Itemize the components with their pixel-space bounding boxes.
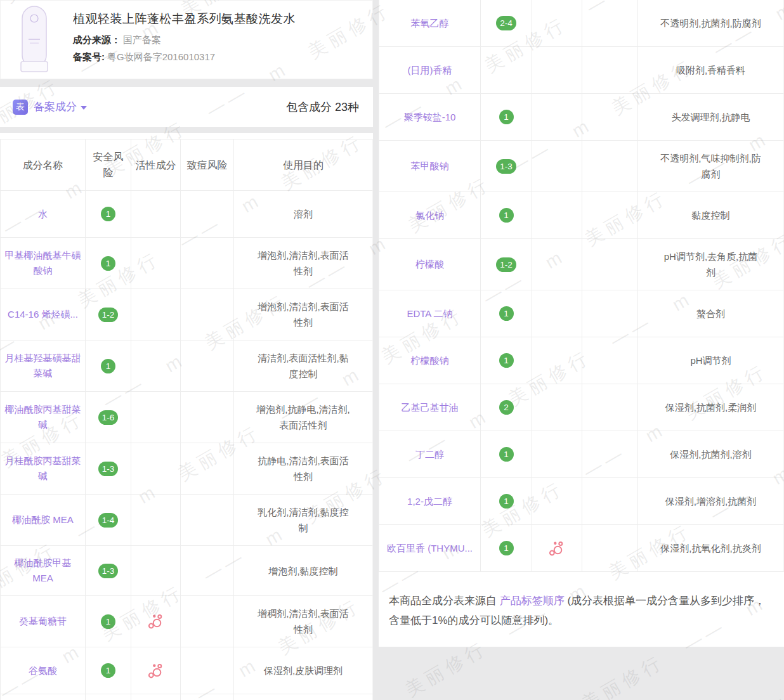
- left-column: 植观轻装上阵蓬松丰盈系列氨基酸洗发水 成分来源：国产备案 备案号:粤G妆网备字2…: [0, 0, 373, 700]
- cell-safety-risk: 1: [481, 337, 532, 384]
- ingredient-link[interactable]: C14-16 烯烃磺...: [8, 307, 78, 322]
- cell-usage-purpose: 保湿剂,抗菌剂,溶剂: [638, 431, 783, 477]
- ingredient-link[interactable]: 水: [38, 207, 48, 222]
- ingredient-link[interactable]: 欧百里香 (THYMU...: [387, 541, 473, 556]
- product-title: 植观轻装上阵蓬松丰盈系列氨基酸洗发水: [73, 11, 296, 27]
- cell-usage-purpose: 不透明剂,抗菌剂,防腐剂: [638, 0, 783, 46]
- cell-ingredient-name: 水: [1, 191, 86, 237]
- ingredient-row: 柠檬酸1-2pH调节剂,去角质,抗菌剂: [379, 239, 784, 290]
- cell-ingredient-name: 聚季铵盐-10: [379, 94, 481, 140]
- product-card: 植观轻装上阵蓬松丰盈系列氨基酸洗发水 成分来源：国产备案 备案号:粤G妆网备字2…: [0, 0, 373, 79]
- purpose-text: 保湿剂,抗氧化剂,抗炎剂: [660, 540, 761, 556]
- purpose-text: 乳化剂,清洁剂,黏度控制: [256, 504, 351, 536]
- footnote-text: 本商品全成分表来源自 产品标签顺序 (成分表根据单一成分含量从多到少排序， 含量…: [389, 591, 768, 630]
- ingredient-row: 癸基葡糖苷1 增稠剂,清洁剂,表面活性剂: [0, 596, 373, 647]
- cell-safety-risk: 2: [481, 384, 532, 431]
- label-order-link[interactable]: 产品标签顺序: [500, 595, 565, 607]
- cell-safety-risk: 1: [481, 525, 532, 571]
- cell-safety-risk: 1: [86, 340, 131, 391]
- ingredient-link[interactable]: 苯甲酸钠: [411, 159, 449, 174]
- cell-safety-risk: 1: [86, 238, 131, 288]
- ingredient-link[interactable]: 乙基己基甘油: [402, 400, 459, 415]
- cell-active-ingredient: [131, 340, 181, 391]
- ingredient-link[interactable]: 谷氨酸: [29, 663, 57, 678]
- cell-safety-risk: 1: [481, 94, 532, 140]
- cell-acne-risk: [582, 141, 638, 191]
- ingredient-link[interactable]: 苯氧乙醇: [411, 16, 449, 31]
- ingredient-link[interactable]: (日用)香精: [408, 63, 452, 78]
- cell-ingredient-name: C14-16 烯烃磺...: [1, 289, 86, 340]
- safety-risk-badge: 1: [499, 306, 514, 321]
- registration-number: 粤G妆网备字2016010317: [107, 51, 215, 62]
- cell-acne-risk: [181, 546, 234, 595]
- ingredient-link[interactable]: 氯化钠: [415, 208, 444, 223]
- cell-usage-purpose: 保湿剂,抗氧化剂,抗炎剂: [638, 525, 783, 571]
- header-safety-risk: 安全风险: [86, 139, 131, 190]
- ingredient-row: 椰油酰胺 MEA1-4乳化剂,清洁剂,黏度控制: [0, 495, 373, 546]
- safety-risk-badge: 1-2: [98, 308, 119, 322]
- safety-risk-badge: 1-3: [98, 462, 119, 476]
- cell-ingredient-name: 1,2-戊二醇: [379, 478, 481, 524]
- cell-active-ingredient: [532, 192, 582, 238]
- cell-safety-risk: 1: [481, 478, 532, 524]
- ingredient-link[interactable]: 聚季铵盐-10: [404, 110, 456, 125]
- purpose-text: 增泡剂,黏度控制: [268, 563, 337, 579]
- safety-risk-badge: 1-6: [98, 410, 119, 425]
- ingredient-link[interactable]: 柠檬酸: [415, 257, 444, 272]
- cell-usage-purpose: 保湿剂,抗菌剂,柔润剂: [638, 384, 783, 431]
- safety-risk-badge: 2: [499, 400, 514, 415]
- cell-safety-risk: 1-2: [481, 239, 532, 290]
- source-value: 国产备案: [123, 34, 161, 45]
- ingredient-link[interactable]: 月桂酰胺丙基甜菜碱: [4, 453, 81, 484]
- cell-ingredient-name: EDTA 二钠: [379, 290, 481, 337]
- cell-acne-risk: [582, 47, 638, 93]
- cell-acne-risk: [582, 290, 638, 337]
- ingredient-link[interactable]: 椰油酰胺甲基 MEA: [4, 555, 81, 586]
- cell-active-ingredient: [131, 392, 181, 443]
- ingredient-link[interactable]: EDTA 二钠: [407, 306, 452, 321]
- cell-ingredient-name: 氯化钠: [379, 192, 481, 238]
- cell-ingredient-name: 苯氧乙醇: [379, 0, 481, 46]
- cell-ingredient-name: 癸基葡糖苷: [1, 596, 86, 647]
- cell-ingredient-name: 柠檬酸: [379, 239, 481, 290]
- cell-safety-risk: 1: [481, 290, 532, 337]
- header-ingredient-name: 成分名称: [1, 139, 86, 190]
- cell-usage-purpose: 保湿剂,皮肤调理剂: [234, 647, 372, 694]
- cell-safety-risk: 2-4: [481, 0, 532, 46]
- active-ingredient-icon: [148, 613, 164, 630]
- cell-acne-risk: [582, 337, 638, 384]
- cell-ingredient-name: 谷氨酸: [1, 647, 86, 694]
- cell-active-ingredient: [131, 289, 181, 340]
- purpose-text: 溶剂: [294, 206, 313, 222]
- cell-acne-risk: [582, 384, 638, 431]
- ingredient-link[interactable]: 甲基椰油酰基牛磺酸钠: [4, 248, 81, 278]
- product-image: [7, 4, 62, 75]
- cell-usage-purpose: 乳化剂,清洁剂,黏度控制: [234, 495, 372, 545]
- ingredient-link[interactable]: 月桂基羟基磺基甜菜碱: [4, 351, 81, 381]
- cell-safety-risk: 1-2: [86, 289, 131, 340]
- cell-safety-risk: 1-3: [481, 141, 532, 191]
- cell-acne-risk: [181, 694, 234, 700]
- ingredient-link[interactable]: 1,2-戊二醇: [407, 494, 452, 509]
- ingredient-link[interactable]: 癸基葡糖苷: [19, 614, 67, 629]
- cell-ingredient-name: 丁二醇: [379, 431, 481, 477]
- ingredient-link[interactable]: 椰油酰胺 MEA: [12, 512, 74, 528]
- safety-risk-badge: 1-3: [496, 159, 516, 174]
- tab-registered-ingredients[interactable]: 表 备案成分: [13, 100, 87, 115]
- ingredient-link[interactable]: 椰油酰胺丙基甜菜碱: [4, 402, 81, 432]
- purpose-text: 保湿剂,抗菌剂,柔润剂: [665, 399, 756, 415]
- cell-usage-purpose: 螯合剂: [638, 290, 783, 337]
- cell-usage-purpose: 溶剂: [234, 191, 372, 237]
- table-body-left: 水1溶剂甲基椰油酰基牛磺酸钠1增泡剂,清洁剂,表面活性剂C14-16 烯烃磺..…: [0, 191, 373, 700]
- cell-safety-risk: 1-4: [86, 495, 131, 545]
- ingredient-link[interactable]: 丁二醇: [415, 447, 444, 462]
- ingredient-link[interactable]: 柠檬酸钠: [411, 353, 449, 368]
- cell-ingredient-name: 椰油酰胺甲基 MEA: [1, 546, 86, 595]
- cell-usage-purpose: 吸附剂,香精香料: [638, 47, 783, 93]
- cell-acne-risk: [582, 94, 638, 140]
- cell-active-ingredient: [131, 443, 181, 494]
- registration-label: 备案号:: [73, 51, 105, 62]
- ingredient-row: 1,2-戊二醇1保湿剂,增溶剂,抗菌剂: [379, 478, 784, 525]
- cell-acne-risk: [181, 238, 234, 288]
- cell-active-ingredient: [532, 478, 582, 524]
